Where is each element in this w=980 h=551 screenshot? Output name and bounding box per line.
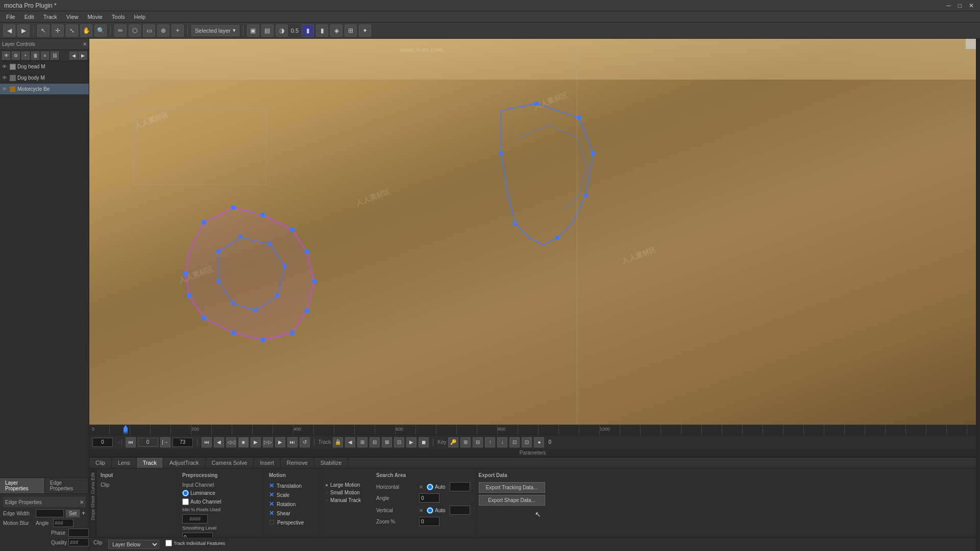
manual-track-radio[interactable]: ○ Manual Track (325, 497, 368, 503)
menu-movie[interactable]: Movie (83, 13, 106, 21)
zoom-tool[interactable]: 🔍 (94, 24, 107, 37)
tab-clip[interactable]: Clip (89, 458, 112, 468)
layer-link-icon[interactable]: ⛓ (51, 52, 59, 60)
phase-input[interactable] (68, 529, 89, 537)
timeline-ruler[interactable]: 0 200 400 600 800 1000 (89, 424, 976, 435)
key-btn7[interactable]: ⊡ (522, 437, 532, 447)
color-btn-2[interactable]: ▮ (316, 24, 328, 37)
eye-icon[interactable]: 👁 (2, 52, 10, 60)
layer-row-0[interactable]: 👁 Dog head M (0, 61, 89, 72)
edge-width-set-btn[interactable]: Set (66, 510, 80, 517)
large-motion-radio[interactable]: ● Large Motion (325, 482, 368, 488)
current-frame-input[interactable] (138, 438, 158, 447)
menu-file[interactable]: File (2, 13, 19, 21)
track-prev-btn[interactable]: ◀ (345, 437, 355, 447)
curve-edit-label[interactable]: Curve Edit (90, 472, 95, 494)
v-auto-radio[interactable]: Auto (427, 507, 446, 514)
star-btn[interactable]: ✦ (359, 24, 371, 37)
delete-layer-icon[interactable]: 🗑 (31, 52, 39, 60)
scale-label[interactable]: Scale (277, 492, 289, 498)
tab-layer-properties[interactable]: Layer Properties (0, 478, 45, 493)
menu-help[interactable]: Help (130, 13, 150, 21)
tab-lens[interactable]: Lens (112, 458, 137, 468)
track-fwd-btn[interactable]: ▶ (406, 437, 416, 447)
layer-settings-icon[interactable]: ≡ (41, 52, 49, 60)
move-tool[interactable]: ✛ (52, 24, 64, 37)
minimize-btn[interactable]: ─ (944, 2, 953, 9)
add-layer-icon[interactable]: + (21, 52, 30, 60)
overlay-btn[interactable]: ◈ (330, 24, 342, 37)
track-settings4[interactable]: ⊡ (394, 437, 404, 447)
select-tool[interactable]: ↖ (37, 24, 50, 37)
menu-tools[interactable]: Tools (108, 13, 129, 21)
bezier-tool[interactable]: ⊕ (157, 24, 169, 37)
track-settings3[interactable]: ⊠ (382, 437, 392, 447)
v-auto-input[interactable] (427, 507, 433, 514)
expand-icon[interactable]: ◀ (69, 52, 78, 60)
key-btn6[interactable]: ⊡ (509, 437, 520, 447)
track-individual-input[interactable] (165, 540, 172, 546)
rect-tool[interactable]: ▭ (143, 24, 155, 37)
angle-input[interactable] (53, 519, 74, 527)
track-lock-btn[interactable]: 🔒 (333, 437, 343, 447)
edge-width-plus[interactable]: + (82, 510, 85, 517)
layer-row-1[interactable]: 👁 Dog body M (0, 72, 89, 84)
tab-stabilize[interactable]: Stabilize (314, 458, 349, 468)
step-back-btn[interactable]: ⏮ (126, 437, 136, 447)
key-btn2[interactable]: ⊞ (460, 437, 471, 447)
v-value-input[interactable] (450, 506, 470, 515)
view-btn-1[interactable]: ▣ (247, 24, 259, 37)
go-start-btn[interactable]: ⏮ (202, 437, 212, 447)
stop-btn[interactable]: ■ (238, 437, 249, 447)
small-motion-radio[interactable]: ○ Small Motion (325, 490, 368, 495)
export-tracking-btn[interactable]: Export Tracking Data... (479, 482, 545, 493)
layer-row-2[interactable]: 👁 Motorcycle Be (0, 84, 89, 95)
track-individual-checkbox[interactable]: Track Individual Features (165, 540, 225, 546)
collapse-icon[interactable]: ▶ (79, 52, 87, 60)
smoothing-input[interactable] (182, 533, 213, 537)
luminance-radio[interactable]: Luminance (182, 490, 215, 496)
key-btn8[interactable]: ● (534, 437, 544, 447)
key-btn4[interactable]: ↑ (485, 437, 495, 447)
track-settings2[interactable]: ⊟ (370, 437, 380, 447)
maximize-btn[interactable]: □ (956, 2, 964, 9)
step-next-btn[interactable]: ▶ (275, 437, 285, 447)
channel-btn[interactable]: ⊞ (345, 24, 357, 37)
viewport[interactable]: 人人素材区 人人素材区 人人素材区 人人素材区 人人素材区 www.rr-sc.… (89, 39, 976, 424)
transform-tool[interactable]: ⤡ (66, 24, 78, 37)
pan-tool[interactable]: ✋ (80, 24, 92, 37)
play-back-btn[interactable]: ◁◁ (226, 437, 236, 447)
key-btn5[interactable]: ↓ (497, 437, 507, 447)
h-value-input[interactable] (450, 482, 470, 491)
menu-view[interactable]: View (62, 13, 83, 21)
edge-props-close[interactable]: ✕ (80, 499, 84, 505)
color-btn-1[interactable]: ▮ (302, 24, 314, 37)
edge-width-input[interactable] (36, 509, 64, 517)
track-settings1[interactable]: ⊞ (357, 437, 368, 447)
menu-track[interactable]: Track (39, 13, 61, 21)
key-btn3[interactable]: ⊟ (473, 437, 483, 447)
loop-btn[interactable]: ↺ (300, 437, 310, 447)
spline-tool[interactable]: ⬡ (129, 24, 141, 37)
rotation-label[interactable]: Rotation (277, 502, 296, 507)
track-color-btn[interactable]: ◼ (419, 437, 429, 447)
view-btn-2[interactable]: ▤ (261, 24, 274, 37)
angle-sa-input[interactable] (419, 493, 439, 503)
h-auto-input[interactable] (427, 484, 433, 490)
layer-close-btn[interactable]: ✕ (83, 41, 87, 47)
add-point-tool[interactable]: + (172, 24, 184, 37)
translation-label[interactable]: Translation (277, 483, 302, 489)
opacity-btn[interactable]: ◑ (276, 24, 288, 37)
frame-start-input[interactable] (92, 438, 113, 447)
close-btn[interactable]: ✕ (967, 2, 976, 9)
lock-icon[interactable]: ⚙ (12, 52, 20, 60)
go-end-btn[interactable]: ⏭ (287, 437, 298, 447)
key-btn1[interactable]: 🔑 (448, 437, 458, 447)
perspective-label[interactable]: Perspective (277, 520, 304, 525)
h-auto-radio[interactable]: Auto (427, 484, 446, 490)
frame-forward-btn[interactable]: |→ (160, 437, 170, 447)
auto-channel-checkbox[interactable]: Auto Channel (182, 498, 222, 505)
tab-edge-properties[interactable]: Edge Properties (45, 478, 89, 493)
shear-label[interactable]: Shear (277, 511, 290, 516)
tab-adjusttrack[interactable]: AdjustTrack (163, 458, 206, 468)
